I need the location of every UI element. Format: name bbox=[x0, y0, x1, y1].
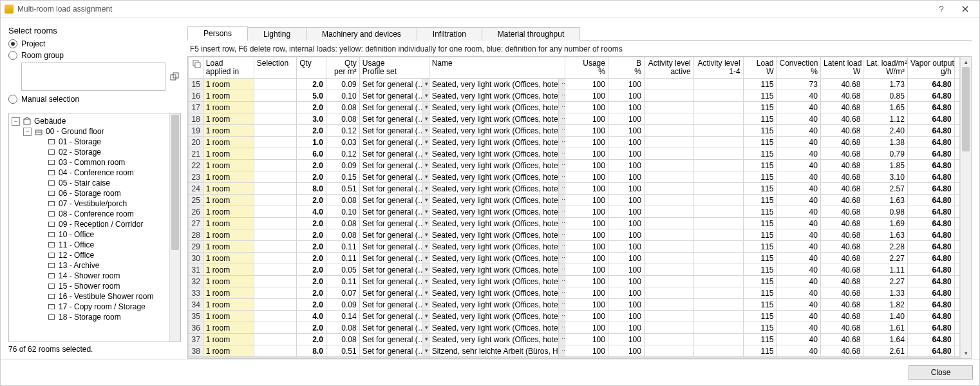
tab-machinery-and-devices[interactable]: Machinery and devices bbox=[306, 27, 417, 41]
name-more-icon[interactable]: ⋯ bbox=[559, 299, 565, 311]
cell-selection[interactable] bbox=[254, 287, 296, 299]
col-corner[interactable] bbox=[189, 57, 203, 79]
cell-usage[interactable]: Set for general (… bbox=[359, 241, 422, 253]
cell-bp[interactable]: 100 bbox=[608, 276, 644, 287]
cell-applied[interactable]: 1 room bbox=[203, 334, 254, 345]
cell-latwm2[interactable]: 2.40 bbox=[863, 125, 908, 137]
name-more-icon[interactable]: ⋯ bbox=[559, 171, 565, 183]
tree-room[interactable]: 02 - Storage bbox=[10, 147, 168, 157]
cell-usage[interactable]: Set for general (… bbox=[359, 218, 422, 229]
cell-latent[interactable]: 40.68 bbox=[820, 183, 863, 195]
cell-conv[interactable]: 40 bbox=[777, 102, 821, 113]
cell-qtym2[interactable]: 0.11 bbox=[326, 276, 359, 287]
radio-project[interactable]: Project bbox=[8, 39, 181, 48]
cell-latent[interactable]: 40.68 bbox=[820, 322, 863, 334]
cell-selection[interactable] bbox=[254, 113, 296, 125]
cell-loadw[interactable]: 115 bbox=[743, 287, 777, 299]
tree-room[interactable]: 16 - Vestibule Shower room bbox=[10, 291, 168, 302]
cell-vapor[interactable]: 64.80 bbox=[907, 160, 954, 171]
cell-applied[interactable]: 1 room bbox=[203, 322, 254, 334]
usage-dropdown-icon[interactable]: ▾ bbox=[422, 264, 429, 276]
cell-bp[interactable]: 100 bbox=[608, 229, 644, 241]
cell-activity-active[interactable] bbox=[644, 148, 693, 160]
cell-applied[interactable]: 1 room bbox=[203, 171, 254, 183]
table-row[interactable]: 311 room2.00.05Set for general (…▾Seated… bbox=[189, 264, 960, 276]
cell-loadw[interactable]: 115 bbox=[743, 218, 777, 229]
cell-qty[interactable]: 2.0 bbox=[297, 125, 326, 137]
cell-usage[interactable]: Set for general (… bbox=[359, 183, 422, 195]
cell-vapor[interactable]: 64.80 bbox=[907, 241, 954, 253]
row-number[interactable]: 25 bbox=[189, 195, 203, 206]
cell-vapor[interactable]: 64.80 bbox=[907, 171, 954, 183]
cell-applied[interactable]: 1 room bbox=[203, 206, 254, 218]
row-number[interactable]: 33 bbox=[189, 287, 203, 299]
row-number[interactable]: 31 bbox=[189, 264, 203, 276]
cell-latwm2[interactable]: 1.33 bbox=[863, 287, 908, 299]
cell-latent[interactable]: 40.68 bbox=[820, 206, 863, 218]
name-more-icon[interactable]: ⋯ bbox=[559, 264, 565, 276]
tab-material-throughput[interactable]: Material throughput bbox=[482, 27, 580, 41]
cell-activity-active[interactable] bbox=[644, 113, 693, 125]
cell-loadw[interactable]: 115 bbox=[743, 90, 777, 102]
cell-conv[interactable]: 40 bbox=[777, 253, 821, 264]
cell-vapor[interactable]: 64.80 bbox=[907, 276, 954, 287]
radio-manual-selection[interactable]: Manual selection bbox=[8, 95, 181, 104]
cell-applied[interactable]: 1 room bbox=[203, 276, 254, 287]
cell-applied[interactable]: 1 room bbox=[203, 311, 254, 322]
cell-applied[interactable]: 1 room bbox=[203, 229, 254, 241]
cell-vapor[interactable]: 64.80 bbox=[907, 90, 954, 102]
cell-loadw[interactable]: 115 bbox=[743, 299, 777, 311]
cell-usagep[interactable]: 100 bbox=[565, 229, 608, 241]
cell-activity-active[interactable] bbox=[644, 218, 693, 229]
usage-dropdown-icon[interactable]: ▾ bbox=[422, 345, 429, 357]
cell-selection[interactable] bbox=[254, 276, 296, 287]
cell-qty[interactable]: 2.0 bbox=[297, 171, 326, 183]
cell-qtym2[interactable]: 0.15 bbox=[326, 171, 359, 183]
name-more-icon[interactable]: ⋯ bbox=[559, 345, 565, 357]
tree-room[interactable]: 12 - Office bbox=[10, 250, 168, 260]
usage-dropdown-icon[interactable]: ▾ bbox=[422, 195, 429, 206]
row-number[interactable]: 38 bbox=[189, 345, 203, 357]
row-number[interactable]: 34 bbox=[189, 299, 203, 311]
tree-scrollbar[interactable] bbox=[169, 113, 180, 342]
cell-qty[interactable]: 2.0 bbox=[297, 334, 326, 345]
cell-qtym2[interactable]: 0.05 bbox=[326, 264, 359, 276]
cell-bp[interactable]: 100 bbox=[608, 125, 644, 137]
cell-applied[interactable]: 1 room bbox=[203, 218, 254, 229]
usage-dropdown-icon[interactable]: ▾ bbox=[422, 160, 429, 171]
tree-toggle-icon[interactable]: − bbox=[12, 117, 20, 126]
tree-room[interactable]: 18 - Storage room bbox=[10, 312, 168, 322]
name-more-icon[interactable]: ⋯ bbox=[559, 253, 565, 264]
cell-latent[interactable]: 40.68 bbox=[820, 102, 863, 113]
cell-selection[interactable] bbox=[254, 241, 296, 253]
cell-usage[interactable]: Set for general (… bbox=[359, 148, 422, 160]
cell-usagep[interactable]: 100 bbox=[565, 322, 608, 334]
cell-usage[interactable]: Set for general (… bbox=[359, 171, 422, 183]
cell-conv[interactable]: 40 bbox=[777, 276, 821, 287]
tab-lighting[interactable]: Lighting bbox=[247, 27, 306, 41]
cell-bp[interactable]: 100 bbox=[608, 218, 644, 229]
cell-activity-active[interactable] bbox=[644, 137, 693, 148]
cell-name[interactable]: Seated, very light work (Offices, hotel… bbox=[429, 125, 558, 137]
name-more-icon[interactable]: ⋯ bbox=[559, 311, 565, 322]
cell-applied[interactable]: 1 room bbox=[203, 160, 254, 171]
row-number[interactable]: 24 bbox=[189, 183, 203, 195]
row-number[interactable]: 16 bbox=[189, 90, 203, 102]
cell-activity-14[interactable] bbox=[693, 148, 743, 160]
cell-qtym2[interactable]: 0.09 bbox=[326, 160, 359, 171]
name-more-icon[interactable]: ⋯ bbox=[559, 79, 565, 90]
row-number[interactable]: 26 bbox=[189, 206, 203, 218]
cell-activity-active[interactable] bbox=[644, 90, 693, 102]
usage-dropdown-icon[interactable]: ▾ bbox=[422, 287, 429, 299]
tab-infiltration[interactable]: Infiltration bbox=[417, 27, 482, 41]
cell-selection[interactable] bbox=[254, 90, 296, 102]
tree-room[interactable]: 17 - Copy room / Storage bbox=[10, 302, 168, 312]
table-row[interactable]: 251 room2.00.08Set for general (…▾Seated… bbox=[189, 195, 960, 206]
cell-usagep[interactable]: 100 bbox=[565, 276, 608, 287]
cell-activity-14[interactable] bbox=[693, 276, 743, 287]
usage-dropdown-icon[interactable]: ▾ bbox=[422, 183, 429, 195]
cell-qty[interactable]: 8.0 bbox=[297, 345, 326, 357]
cell-activity-14[interactable] bbox=[693, 90, 743, 102]
cell-vapor[interactable]: 64.80 bbox=[907, 206, 954, 218]
cell-activity-active[interactable] bbox=[644, 229, 693, 241]
